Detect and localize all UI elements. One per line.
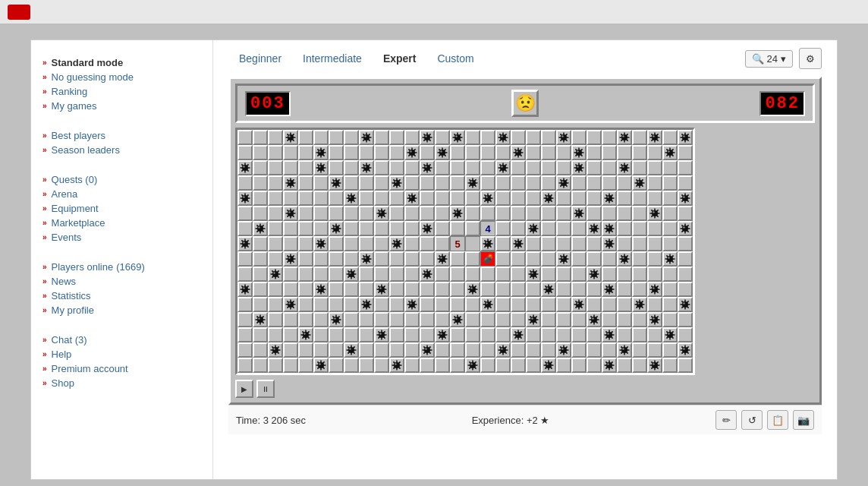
sidebar-item-my-games[interactable]: » My games	[42, 99, 201, 113]
cell[interactable]	[237, 175, 253, 191]
cell[interactable]	[420, 145, 435, 160]
cell[interactable]	[344, 221, 359, 236]
cell[interactable]	[344, 267, 359, 282]
cell[interactable]	[283, 145, 298, 160]
cell[interactable]	[662, 206, 678, 221]
cell[interactable]	[678, 358, 693, 373]
cell[interactable]	[435, 297, 450, 312]
cell[interactable]	[511, 236, 526, 251]
cell[interactable]	[647, 236, 662, 251]
cell[interactable]	[602, 327, 617, 342]
cell[interactable]	[268, 160, 283, 175]
cell[interactable]	[253, 297, 268, 312]
cell[interactable]	[374, 251, 389, 267]
cell[interactable]	[587, 160, 602, 175]
cell[interactable]	[298, 236, 313, 251]
cell[interactable]	[465, 327, 480, 342]
cell[interactable]	[253, 221, 268, 236]
cell[interactable]	[602, 342, 617, 358]
cell[interactable]	[647, 191, 662, 206]
cell[interactable]	[465, 297, 480, 312]
cell[interactable]	[374, 312, 389, 327]
cell[interactable]	[389, 236, 404, 251]
cell[interactable]	[283, 175, 298, 191]
cell[interactable]	[465, 358, 480, 373]
cell[interactable]	[435, 130, 450, 145]
cell[interactable]	[237, 130, 253, 145]
cell[interactable]	[647, 297, 662, 312]
cell[interactable]	[541, 282, 556, 297]
cell[interactable]	[526, 282, 541, 297]
tab-beginner[interactable]: Beginner	[228, 48, 292, 69]
cell[interactable]	[617, 297, 632, 312]
cell[interactable]	[541, 145, 556, 160]
cell[interactable]	[283, 267, 298, 282]
sidebar-item-standard-mode[interactable]: » Standard mode	[42, 55, 201, 70]
cell[interactable]	[678, 175, 693, 191]
cell[interactable]	[237, 358, 253, 373]
cell[interactable]	[253, 130, 268, 145]
cell[interactable]	[495, 312, 511, 327]
cell[interactable]	[556, 312, 571, 327]
cell[interactable]	[420, 130, 435, 145]
cell[interactable]	[374, 160, 389, 175]
cell[interactable]	[587, 206, 602, 221]
cell[interactable]	[253, 206, 268, 221]
cell[interactable]	[602, 282, 617, 297]
cell[interactable]	[268, 130, 283, 145]
cell[interactable]	[374, 297, 389, 312]
cell[interactable]	[556, 251, 571, 267]
cell[interactable]	[435, 175, 450, 191]
cell[interactable]	[465, 130, 480, 145]
pause-button[interactable]: ⏸	[256, 380, 275, 398]
cell[interactable]	[495, 221, 511, 236]
cell[interactable]	[647, 130, 662, 145]
cell[interactable]	[632, 297, 647, 312]
cell[interactable]	[313, 206, 329, 221]
cell[interactable]	[313, 221, 329, 236]
cell[interactable]	[480, 267, 495, 282]
cell[interactable]	[237, 282, 253, 297]
cell[interactable]	[374, 145, 389, 160]
cell[interactable]	[587, 297, 602, 312]
cell[interactable]	[420, 267, 435, 282]
cell[interactable]	[237, 327, 253, 342]
cell[interactable]	[617, 282, 632, 297]
cell[interactable]	[571, 251, 587, 267]
cell[interactable]	[237, 206, 253, 221]
cell[interactable]	[344, 130, 359, 145]
cell[interactable]	[253, 342, 268, 358]
cell[interactable]	[556, 358, 571, 373]
sidebar-item-equipment[interactable]: » Equipment	[42, 201, 201, 216]
cell[interactable]	[602, 175, 617, 191]
cell[interactable]	[526, 297, 541, 312]
cell[interactable]	[359, 236, 374, 251]
cell[interactable]	[435, 206, 450, 221]
cell[interactable]	[678, 267, 693, 282]
cell[interactable]	[435, 327, 450, 342]
cell[interactable]	[587, 175, 602, 191]
cell[interactable]	[344, 342, 359, 358]
cell[interactable]	[647, 221, 662, 236]
cell[interactable]	[268, 206, 283, 221]
sidebar-item-best-players[interactable]: » Best players	[42, 128, 201, 143]
cell[interactable]	[268, 312, 283, 327]
cell[interactable]	[450, 358, 465, 373]
cell[interactable]	[283, 282, 298, 297]
cell[interactable]	[617, 160, 632, 175]
cell[interactable]	[556, 191, 571, 206]
cell[interactable]	[602, 312, 617, 327]
cell[interactable]	[420, 251, 435, 267]
cell[interactable]	[329, 236, 344, 251]
cell[interactable]	[374, 267, 389, 282]
cell[interactable]	[253, 251, 268, 267]
cell[interactable]	[556, 221, 571, 236]
cell[interactable]	[404, 312, 420, 327]
cell[interactable]	[511, 206, 526, 221]
cell[interactable]	[420, 327, 435, 342]
cell[interactable]	[556, 327, 571, 342]
cell[interactable]	[237, 297, 253, 312]
cell[interactable]	[313, 297, 329, 312]
cell[interactable]	[435, 145, 450, 160]
sidebar-item-news[interactable]: » News	[42, 274, 201, 289]
